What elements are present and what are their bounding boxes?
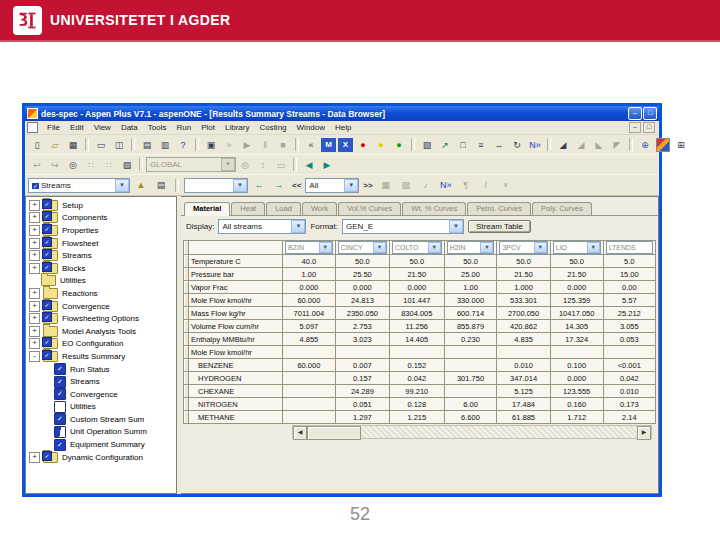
tree-item-convergence[interactable]: ✓Convergence <box>26 388 176 401</box>
next-input-icon[interactable]: N» <box>526 136 544 153</box>
expand-icon[interactable]: + <box>29 200 40 211</box>
stream-combo[interactable]: H2IN▼ <box>447 241 495 254</box>
stream-combo[interactable]: LIQ▼ <box>553 241 601 254</box>
expand-icon[interactable]: + <box>29 250 40 261</box>
stream-combo[interactable]: CINCY▼ <box>338 241 387 254</box>
scroll-right-button[interactable]: ▶ <box>637 426 651 440</box>
tree-item-results-summary[interactable]: -✓Results Summary <box>26 350 176 363</box>
flowsheet-icon[interactable]: ▧ <box>418 136 436 153</box>
data-fit-icon[interactable]: M <box>321 138 336 152</box>
display-combo[interactable]: All streams ▼ <box>218 219 306 234</box>
tab-heat[interactable]: Heat <box>231 202 265 215</box>
chevron-down-icon[interactable]: ▼ <box>373 242 386 253</box>
previous-sheet-button[interactable]: << <box>290 181 303 190</box>
next-sheet-button[interactable]: >> <box>361 181 374 190</box>
insert-block-icon[interactable]: □ <box>454 136 472 153</box>
move-right-icon[interactable]: ▶ <box>318 156 336 173</box>
tree-item-streams[interactable]: ✓Streams <box>26 375 176 388</box>
tree-item-dynamic-configuration[interactable]: +✓Dynamic Configuration <box>26 451 176 464</box>
print-preview-icon[interactable]: ◫ <box>110 136 128 153</box>
stream-combo[interactable]: 3PCV▼ <box>499 241 547 254</box>
chevron-down-icon[interactable]: ▼ <box>291 220 305 233</box>
menu-costing[interactable]: Costing <box>254 123 291 132</box>
expand-icon[interactable]: + <box>29 238 40 249</box>
format-combo[interactable]: GEN_E ▼ <box>342 219 464 234</box>
sheet-icon[interactable]: ▤ <box>152 177 170 194</box>
expand-icon[interactable]: + <box>29 263 40 274</box>
status-red-icon[interactable]: ● <box>354 136 372 153</box>
tab-load[interactable]: Load <box>266 202 301 215</box>
status-yellow-icon[interactable]: ● <box>372 136 390 153</box>
scrollbar-track[interactable] <box>361 426 637 438</box>
stream-combo[interactable]: BZIN▼ <box>285 241 333 254</box>
scroll-left-button[interactable]: ◀ <box>293 426 307 440</box>
plot-xy-icon[interactable]: ◢ <box>554 136 572 153</box>
export-image-icon[interactable]: ▨ <box>118 156 136 173</box>
tab-work[interactable]: Work <box>302 202 337 215</box>
scrollbar-thumb[interactable] <box>307 426 361 440</box>
print-icon[interactable]: ▭ <box>92 136 110 153</box>
stream-combo[interactable]: LTENDS <box>606 241 653 254</box>
chevron-down-icon[interactable]: ▼ <box>449 220 463 233</box>
reinitialize-icon[interactable]: « <box>302 136 320 153</box>
minimize-button[interactable]: – <box>628 107 642 120</box>
menu-run[interactable]: Run <box>171 123 196 132</box>
expand-icon[interactable]: + <box>29 225 40 236</box>
units-combo[interactable]: ▼ <box>184 178 248 193</box>
mdi-child-icon[interactable] <box>27 122 38 133</box>
new-icon[interactable]: ▯ <box>28 136 46 153</box>
child-restore-button[interactable]: □ <box>643 122 655 133</box>
paste-icon[interactable]: ▥ <box>156 136 174 153</box>
menu-window[interactable]: Window <box>292 123 330 132</box>
insert-stream-icon[interactable]: ↗ <box>436 136 454 153</box>
tab-petro-curves[interactable]: Petro. Curves <box>467 202 531 215</box>
stream-combo[interactable]: COLTO▼ <box>392 241 442 254</box>
open-icon[interactable]: ▱ <box>46 136 64 153</box>
chevron-down-icon[interactable]: ▼ <box>233 179 247 192</box>
parent-node-icon[interactable]: ▲ <box>132 177 150 194</box>
expand-icon[interactable]: + <box>29 301 40 312</box>
object-combo[interactable]: ✓Streams▼ <box>28 178 130 193</box>
expand-icon[interactable]: + <box>29 452 40 463</box>
tree-item-run-status[interactable]: ✓Run Status <box>26 363 176 376</box>
expand-icon[interactable]: + <box>29 288 40 299</box>
horizontal-scrollbar[interactable]: ◀ ▶ <box>292 425 652 439</box>
menu-help[interactable]: Help <box>330 123 356 132</box>
menu-plot[interactable]: Plot <box>196 123 220 132</box>
chevron-down-icon[interactable]: ▼ <box>115 179 129 192</box>
expand-icon[interactable]: + <box>29 212 40 223</box>
web-icon[interactable]: ⊕ <box>636 136 654 153</box>
chevron-down-icon[interactable]: ▼ <box>319 242 332 253</box>
align-icon[interactable]: ↔ <box>490 136 508 153</box>
menu-library[interactable]: Library <box>220 123 254 132</box>
save-icon[interactable]: ▦ <box>64 136 82 153</box>
tree-item-blocks[interactable]: +✓Blocks <box>26 262 176 275</box>
tree-item-unit-operation-summ[interactable]: Unit Operation Summ <box>26 426 176 439</box>
chevron-down-icon[interactable]: ▼ <box>344 179 358 192</box>
whats-this-icon[interactable]: ? <box>174 136 192 153</box>
tree-item-utilities[interactable]: ✓Utilities <box>26 401 176 414</box>
child-minimize-button[interactable]: – <box>629 122 641 133</box>
menu-edit[interactable]: Edit <box>65 123 89 132</box>
datasheet-icon[interactable]: ⊞ <box>672 136 690 153</box>
menu-file[interactable]: File <box>42 123 65 132</box>
window-titlebar[interactable]: des-spec - Aspen Plus V7.1 - aspenONE - … <box>25 106 659 121</box>
excel-x-icon[interactable]: X <box>338 138 353 152</box>
copy-icon[interactable]: ▤ <box>138 136 156 153</box>
menu-data[interactable]: Data <box>116 123 143 132</box>
status-green-icon[interactable]: ● <box>390 136 408 153</box>
section-icon[interactable]: ≡ <box>472 136 490 153</box>
expand-icon[interactable]: + <box>29 313 40 324</box>
tab-poly-curves[interactable]: Poly. Curves <box>532 202 592 215</box>
stream-table-button[interactable]: Stream Table <box>468 220 531 233</box>
tab-vol-curves[interactable]: Vol.% Curves <box>338 202 401 215</box>
tab-material[interactable]: Material <box>184 202 230 216</box>
next-input-icon[interactable]: N» <box>437 177 455 194</box>
menu-view[interactable]: View <box>89 123 116 132</box>
aspen-icon[interactable] <box>656 138 670 152</box>
chevron-down-icon[interactable]: ▼ <box>480 242 493 253</box>
expand-icon[interactable]: + <box>29 326 40 337</box>
capture-icon[interactable]: ◎ <box>64 156 82 173</box>
tab-wt-curves[interactable]: Wt. % Curves <box>402 202 466 215</box>
chevron-down-icon[interactable]: ▼ <box>534 242 547 253</box>
